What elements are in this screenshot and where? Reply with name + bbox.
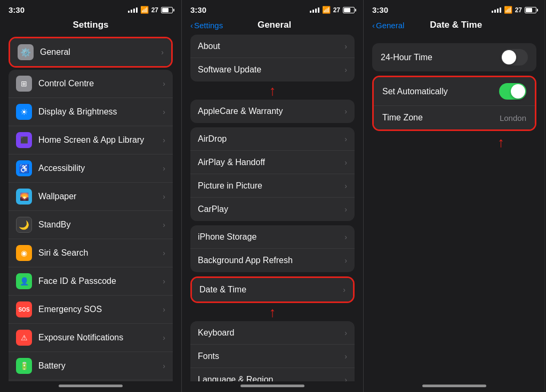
arrow-up-3: ↑ <box>497 135 504 149</box>
general-item-carplay[interactable]: CarPlay › <box>190 198 355 221</box>
24h-toggle-knob <box>502 50 516 64</box>
general-group-3: AirDrop › AirPlay & Handoff › Picture in… <box>190 127 355 221</box>
general-content[interactable]: About › Software Update › ↑ AppleCare & … <box>182 35 363 381</box>
arrow-2-area: ↑ <box>190 305 355 319</box>
general-nav: ‹ Settings General <box>182 18 363 35</box>
settings-item-accessibility[interactable]: ♿ Accessibility › <box>9 154 173 183</box>
general-item-keyboard[interactable]: Keyboard › <box>190 321 355 345</box>
datetime-panel: 3:30 📶 27 ‹ General Date & Time <box>364 0 545 392</box>
dt-group-24h: 24-Hour Time <box>372 43 536 71</box>
settings-item-exposure[interactable]: ⚠ Exposure Notifications › <box>9 324 173 352</box>
control-centre-icon: ⊞ <box>16 76 32 92</box>
applecare-label: AppleCare & Warranty <box>198 107 342 116</box>
settings-group-main: ⊞ Control Centre › ☀ Display & Brightnes… <box>9 70 173 381</box>
control-centre-label: Control Centre <box>38 79 160 88</box>
settings-back-btn[interactable]: ‹ Settings <box>190 21 223 30</box>
general-item-language[interactable]: Language & Region › <box>190 368 355 381</box>
general-item-bgrefresh[interactable]: Background App Refresh › <box>190 249 355 272</box>
homescreen-icon: ⬛ <box>16 132 32 148</box>
settings-item-faceid[interactable]: 👤 Face ID & Passcode › <box>9 267 173 296</box>
battery-icon-3 <box>525 7 536 13</box>
general-panel: 3:30 📶 27 ‹ Settings General <box>182 0 364 392</box>
battery-label-3: 27 <box>515 6 522 14</box>
general-group-4: iPhone Storage › Background App Refresh … <box>190 225 355 272</box>
settings-item-general[interactable]: ⚙️ General › <box>10 38 171 66</box>
dt-item-timezone[interactable]: Time Zone London <box>374 106 535 129</box>
timezone-label: Time Zone <box>382 113 423 123</box>
general-item-storage[interactable]: iPhone Storage › <box>190 225 355 249</box>
battery-chevron: › <box>163 362 165 370</box>
datetime-title: Date & Time <box>407 20 536 30</box>
settings-item-wallpaper[interactable]: 🌄 Wallpaper › <box>9 183 173 211</box>
general-item-datetime[interactable]: Date & Time › <box>192 278 353 301</box>
settings-item-siri[interactable]: ◉ Siri & Search › <box>9 239 173 267</box>
softwareupdate-label: Software Update <box>198 65 342 75</box>
battery-icon-1 <box>161 7 173 13</box>
airplay-label: AirPlay & Handoff <box>198 158 342 167</box>
status-bar-2: 3:30 📶 27 <box>182 0 363 18</box>
dt-item-24h[interactable]: 24-Hour Time <box>372 43 536 71</box>
status-time-2: 3:30 <box>190 5 206 14</box>
datetime-label: Date & Time <box>199 285 341 295</box>
standby-chevron: › <box>163 220 165 229</box>
pip-label: Picture in Picture <box>198 181 342 191</box>
home-indicator-2 <box>182 381 363 392</box>
settings-item-display[interactable]: ☀ Display & Brightness › <box>9 98 173 126</box>
status-time-3: 3:30 <box>372 5 388 14</box>
siri-label: Siri & Search <box>38 248 160 258</box>
settings-item-standby[interactable]: 🌙 StandBy › <box>9 211 173 239</box>
general-icon: ⚙️ <box>18 44 34 60</box>
status-bar-1: 3:30 📶 27 <box>0 0 181 18</box>
dt-item-setauto[interactable]: Set Automatically <box>374 77 535 106</box>
battery-label-2: 27 <box>333 6 340 14</box>
standby-icon: 🌙 <box>16 217 32 233</box>
settings-item-homescreen[interactable]: ⬛ Home Screen & App Library › <box>9 126 173 154</box>
exposure-label: Exposure Notifications <box>38 333 160 342</box>
wallpaper-chevron: › <box>163 192 165 201</box>
general-item-applecare[interactable]: AppleCare & Warranty › <box>190 100 355 123</box>
datetime-nav: ‹ General Date & Time <box>364 18 545 35</box>
general-group-2: AppleCare & Warranty › <box>190 100 355 123</box>
language-label: Language & Region <box>198 375 342 382</box>
general-group-1: About › Software Update › <box>190 35 355 81</box>
carplay-label: CarPlay <box>198 205 342 214</box>
settings-item-sos[interactable]: SOS Emergency SOS › <box>9 296 173 324</box>
wallpaper-label: Wallpaper <box>38 192 160 201</box>
arrow-up-2: ↑ <box>269 305 276 319</box>
general-item-softwareupdate[interactable]: Software Update › <box>190 58 355 81</box>
datetime-content[interactable]: 24-Hour Time Set Automatically <box>364 35 545 381</box>
settings-content[interactable]: ⚙️ General › ⊞ Control Centre › ☀ Displa… <box>0 37 181 381</box>
general-title: General <box>226 20 355 30</box>
status-icons-1: 📶 27 <box>128 6 173 14</box>
homescreen-chevron: › <box>163 136 165 144</box>
display-chevron: › <box>163 108 165 116</box>
arrow-up-1: ↑ <box>269 84 276 97</box>
fonts-label: Fonts <box>198 352 342 361</box>
general-label: General <box>40 47 159 57</box>
display-label: Display & Brightness <box>38 107 160 117</box>
homescreen-label: Home Screen & App Library <box>38 135 160 145</box>
setauto-highlight-box: Set Automatically Time Zone London <box>372 76 536 131</box>
faceid-label: Face ID & Passcode <box>38 276 160 286</box>
status-bar-3: 3:30 📶 27 <box>364 0 545 18</box>
accessibility-chevron: › <box>163 164 165 173</box>
general-section: About › Software Update › ↑ AppleCare & … <box>190 35 355 381</box>
general-item-airdrop[interactable]: AirDrop › <box>190 127 355 151</box>
general-back-btn[interactable]: ‹ General <box>372 21 404 30</box>
battery-settings-icon: 🔋 <box>16 358 32 374</box>
24h-toggle[interactable] <box>501 49 528 66</box>
general-item-pip[interactable]: Picture in Picture › <box>190 174 355 198</box>
24h-label: 24-Hour Time <box>381 53 432 62</box>
setauto-toggle[interactable] <box>499 83 526 100</box>
timezone-value: London <box>500 113 526 123</box>
general-group-6: Keyboard › Fonts › Language & Region › D… <box>190 321 355 381</box>
general-item-about[interactable]: About › <box>190 35 355 58</box>
general-item-airplay[interactable]: AirPlay & Handoff › <box>190 151 355 174</box>
settings-item-control-centre[interactable]: ⊞ Control Centre › <box>9 70 173 98</box>
settings-item-battery[interactable]: 🔋 Battery › <box>9 352 173 380</box>
battery-icon-2 <box>343 7 355 13</box>
general-item-fonts[interactable]: Fonts › <box>190 345 355 368</box>
siri-chevron: › <box>163 249 165 257</box>
settings-item-privacy[interactable]: 🤚 Privacy & Security › <box>9 380 173 381</box>
back-chevron-icon: ‹ <box>190 21 193 30</box>
